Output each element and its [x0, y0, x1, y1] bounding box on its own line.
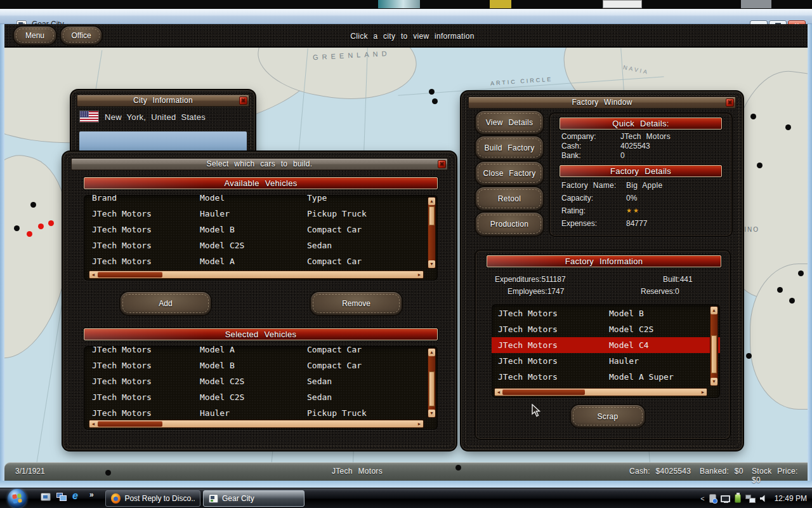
os-titlebar[interactable]: Gear City ✕	[0, 9, 812, 24]
scroll-thumb[interactable]	[98, 272, 162, 277]
scroll-thumb[interactable]	[429, 206, 435, 225]
vehicle-row[interactable]: JTech MotorsHaulerPickup Truck	[84, 206, 438, 222]
taskbar-button-gear-city[interactable]: Gear City	[203, 490, 304, 507]
bank-value: 0	[620, 151, 625, 160]
city-dot[interactable]	[777, 287, 783, 293]
horizontal-scrollbar[interactable]: ◄ ►	[494, 388, 707, 396]
close-icon[interactable]: ✕	[726, 98, 734, 107]
hint-text: Click a city to view information	[6, 32, 812, 41]
city-dot[interactable]	[789, 298, 795, 304]
remove-button[interactable]: Remove	[311, 292, 402, 315]
show-desktop-icon[interactable]	[41, 493, 51, 501]
view-details-button[interactable]: View Details	[476, 111, 543, 134]
city-dot[interactable]	[30, 202, 36, 208]
vertical-scrollbar[interactable]: ▲ ▼	[428, 197, 436, 269]
selected-vehicles-list[interactable]: JTech MotorsModel ACompact Car JTech Mot…	[84, 346, 438, 430]
scrap-button[interactable]: Scrap	[571, 405, 645, 427]
available-vehicles-header: Available Vehicles	[84, 177, 438, 189]
city-dot[interactable]	[429, 89, 435, 95]
city-dot[interactable]	[798, 271, 804, 276]
quick-launch-overflow-icon[interactable]: »	[89, 490, 94, 499]
vehicle-row[interactable]: JTech MotorsModel C2SSedan	[84, 373, 438, 389]
city-window-titlebar[interactable]: City Information ✕	[77, 95, 249, 107]
factory-window-titlebar[interactable]: Factory Window ✕	[468, 97, 736, 109]
scroll-up-icon[interactable]: ▲	[710, 307, 717, 314]
desktop-art	[378, 0, 420, 8]
vehicle-row[interactable]: JTech MotorsHaulerPickup Truck	[84, 405, 438, 421]
city-dot[interactable]	[746, 353, 752, 359]
city-dot[interactable]	[432, 98, 438, 104]
vehicle-row[interactable]: JTech MotorsModel BCompact Car	[84, 222, 438, 237]
factory-name-value: Big Apple	[626, 181, 662, 190]
mouse-cursor	[532, 404, 542, 418]
retool-button[interactable]: Retool	[476, 187, 543, 210]
factory-vehicle-list[interactable]: JTech MotorsModel B JTech MotorsModel C2…	[492, 304, 720, 398]
city-dot[interactable]	[750, 114, 756, 119]
vertical-scrollbar[interactable]: ▲ ▼	[428, 348, 436, 418]
vehicle-row[interactable]: JTech MotorsModel C2SSedan	[84, 389, 438, 405]
city-dot[interactable]	[785, 124, 791, 130]
scroll-up-icon[interactable]: ▲	[428, 197, 435, 205]
taskbar-button-firefox[interactable]: Post Reply to Disco...	[105, 490, 200, 507]
vehicle-row[interactable]: JTech MotorsModel C2S	[492, 321, 720, 337]
desktop-art	[603, 0, 642, 8]
start-button[interactable]	[8, 489, 27, 508]
city-dot[interactable]	[757, 163, 763, 168]
vehicle-row[interactable]: JTech MotorsHauler	[492, 353, 720, 369]
window-switcher-icon[interactable]	[56, 493, 67, 501]
tray-expand-icon[interactable]: <	[700, 495, 704, 502]
gear-city-icon	[209, 494, 218, 503]
window-frame-left	[0, 24, 4, 481]
scroll-down-icon[interactable]: ▼	[710, 378, 717, 385]
scroll-thumb[interactable]	[98, 421, 162, 427]
vehicle-row[interactable]: JTech MotorsModel A Super	[492, 369, 720, 385]
scroll-thumb[interactable]	[429, 371, 435, 406]
scroll-right-icon[interactable]: ►	[416, 271, 423, 278]
scroll-left-icon[interactable]: ◄	[495, 389, 502, 396]
horizontal-scrollbar[interactable]: ◄ ►	[89, 271, 424, 279]
tray-power-icon[interactable]	[735, 494, 741, 503]
select-dialog-titlebar[interactable]: Select which cars to build. ✕	[71, 158, 448, 170]
tray-app-icon[interactable]	[709, 494, 716, 503]
scroll-up-icon[interactable]: ▲	[428, 349, 435, 356]
employees-stat: Employees:1747	[508, 287, 564, 296]
close-icon[interactable]: ✕	[438, 160, 446, 168]
vehicle-row-selected[interactable]: JTech MotorsModel C4	[492, 337, 720, 353]
scroll-right-icon[interactable]: ►	[699, 389, 707, 396]
production-button[interactable]: Production	[476, 213, 543, 236]
scroll-down-icon[interactable]: ▼	[428, 410, 435, 417]
vehicle-row[interactable]: JTech MotorsModel B	[492, 305, 720, 321]
vertical-scrollbar[interactable]: ▲ ▼	[710, 306, 718, 386]
vehicle-row[interactable]: JTech MotorsModel C2SSedan	[84, 237, 438, 253]
close-factory-button[interactable]: Close Factory	[476, 162, 543, 185]
vehicle-row[interactable]: JTech MotorsModel BCompact Car	[84, 358, 438, 373]
capacity-value: 0%	[626, 194, 637, 203]
cash-label: Cash:	[561, 142, 581, 150]
city-dot-active[interactable]	[27, 231, 32, 237]
scroll-right-icon[interactable]: ►	[416, 420, 423, 427]
tray-clock[interactable]: 12:49 PM	[775, 494, 807, 503]
tray-network-icon[interactable]	[745, 495, 756, 503]
expenses-label: Expenses:	[561, 219, 597, 228]
available-vehicles-list[interactable]: BrandModelType JTech MotorsHaulerPickup …	[84, 195, 438, 281]
scroll-down-icon[interactable]: ▼	[428, 260, 435, 268]
tray-display-icon[interactable]	[721, 495, 730, 502]
scroll-left-icon[interactable]: ◄	[89, 271, 97, 278]
scroll-thumb[interactable]	[502, 389, 585, 395]
vehicle-row[interactable]: JTech MotorsModel ACompact Car	[84, 253, 438, 269]
close-icon[interactable]: ✕	[239, 97, 247, 105]
city-dot-active[interactable]	[48, 220, 54, 226]
internet-explorer-icon[interactable]: e	[72, 490, 78, 502]
banked-status: Banked: $0	[700, 467, 743, 476]
build-factory-button[interactable]: Build Factory	[476, 137, 543, 159]
system-tray: < 12:49 PM	[700, 488, 807, 508]
vehicle-row[interactable]: JTech MotorsModel ACompact Car	[84, 346, 438, 358]
horizontal-scrollbar[interactable]: ◄ ►	[89, 420, 424, 428]
scroll-left-icon[interactable]: ◄	[89, 420, 97, 427]
city-dot[interactable]	[14, 225, 20, 231]
scroll-thumb[interactable]	[711, 335, 717, 373]
add-button[interactable]: Add	[121, 292, 211, 315]
tray-volume-icon[interactable]	[760, 495, 768, 502]
city-dot-active[interactable]	[38, 224, 44, 229]
select-cars-dialog: Select which cars to build. ✕ Available …	[63, 152, 455, 450]
